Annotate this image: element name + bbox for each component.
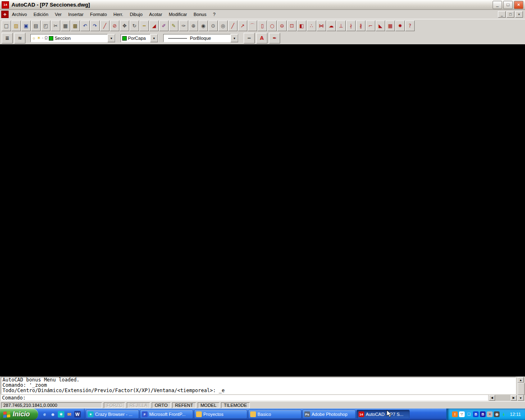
start-button[interactable]: Inicio [0, 409, 38, 420]
bluetooth-icon[interactable]: B [473, 411, 479, 417]
ellipse-button[interactable]: ⊖ [277, 21, 287, 31]
drawing-area[interactable]: SECCIÓN LONGITUDINAL A-A' SECCIÓN TRANSV… [0, 44, 525, 377]
linetype-button[interactable]: ┉ [244, 33, 255, 43]
layer-viewport-icon[interactable]: ▫ [42, 36, 43, 40]
area-button[interactable]: ◢ [149, 21, 159, 31]
status-toggle-refent[interactable]: REFENT [172, 402, 196, 408]
rectangle-button[interactable]: ▯ [258, 21, 267, 31]
display-icon[interactable]: ❏ [466, 411, 472, 417]
linetype-dropdown[interactable]: PorBloque ▼ [163, 34, 239, 42]
line-segment-button[interactable]: ╱ [100, 21, 110, 31]
scroll-right-icon[interactable]: ▶ [511, 395, 517, 401]
explode-button[interactable]: ✸ [395, 21, 405, 31]
word-icon[interactable]: W [74, 411, 81, 418]
arc-button[interactable]: ⌒ [248, 21, 257, 31]
layer-dropdown[interactable]: ☼ ☀ ▫ Ω Seccion ▼ [30, 34, 116, 42]
drawing-canvas[interactable] [0, 44, 525, 377]
status-toggle-rejilla[interactable]: REJILLA [127, 402, 150, 408]
command-history[interactable]: AutoCAD bonus Menu loaded.Comando: '_zoo… [1, 377, 516, 394]
linetype-dropdown-arrow[interactable]: ▼ [231, 34, 238, 42]
minimize-button[interactable]: _ [493, 1, 502, 9]
taskbar-task-crazy-browser[interactable]: ✶Crazy Browser - ... [86, 410, 139, 419]
status-toggle-forzc[interactable]: FORZC [104, 402, 125, 408]
undo-button[interactable]: ↶ [80, 21, 90, 31]
command-prompt[interactable]: Comando: [1, 395, 488, 401]
match-properties-button[interactable]: ✐ [159, 21, 169, 31]
text-style-button[interactable]: A [256, 33, 267, 43]
color-dropdown[interactable]: PorCapa ▼ [121, 34, 158, 42]
new-button[interactable]: □ [2, 21, 11, 31]
zoom-extents-button[interactable]: ◎ [218, 21, 228, 31]
copy-button[interactable]: ▦ [61, 21, 70, 31]
chamfer-button[interactable]: ◣ [376, 21, 385, 31]
clock[interactable]: 12:11 [510, 412, 521, 417]
zoom-dynamic-button[interactable]: ⊙ [208, 21, 218, 31]
scrollbar-thumb[interactable] [518, 383, 525, 395]
mdi-minimize-button[interactable]: _ [498, 11, 506, 18]
move-button[interactable]: ✥ [120, 21, 129, 31]
mdi-restore-button[interactable]: □ [507, 11, 514, 18]
crazy-browser-icon[interactable]: ✶ [58, 411, 64, 418]
edit-polyline-button[interactable]: ✎ [169, 21, 178, 31]
perpendicular-button[interactable]: ⊥ [336, 21, 346, 31]
taskbar-task-photoshop[interactable]: PsAdobe Photoshop [302, 410, 356, 419]
fillet-button[interactable]: ⌐ [366, 21, 375, 31]
break-button[interactable]: ∤ [346, 21, 356, 31]
redo-button[interactable]: ↷ [90, 21, 100, 31]
menu-ver[interactable]: Ver [52, 11, 65, 18]
layer-lock-icon[interactable]: Ω [45, 36, 48, 40]
menu-help[interactable]: ? [210, 11, 219, 18]
layer-previous-button[interactable]: ≋ [14, 33, 25, 43]
zoom-realtime-button[interactable]: ⊕ [189, 21, 198, 31]
mdi-close-button[interactable]: × [515, 11, 523, 18]
menu-bonus[interactable]: Bonus [190, 11, 210, 18]
distance-button[interactable]: ┅ [139, 21, 149, 31]
insert-block-button[interactable]: ⊡ [287, 21, 297, 31]
help-button[interactable]: ? [405, 21, 415, 31]
construction-line-button[interactable]: ↗ [238, 21, 247, 31]
internet-explorer-icon[interactable]: e [41, 411, 48, 418]
save-button[interactable]: ▣ [21, 21, 31, 31]
taskbar-task-proyectos[interactable]: Proyectos [194, 410, 247, 419]
color-dropdown-arrow[interactable]: ▼ [150, 34, 158, 42]
layers-button[interactable]: ≣ [2, 33, 13, 43]
menu-acotar[interactable]: Acotar [146, 11, 166, 18]
revision-cloud-button[interactable]: ☁ [326, 21, 336, 31]
mirror-button[interactable]: ⋈ [317, 21, 326, 31]
taskbar-task-frontpage[interactable]: FMicrosoft FrontP... [140, 410, 193, 419]
status-toggle-tilemode[interactable]: TILEMODE [221, 402, 250, 408]
menu-dibujo[interactable]: Dibujo [126, 11, 146, 18]
scroll-down-icon[interactable]: ▼ [518, 395, 524, 401]
menu-insertar[interactable]: Insertar [65, 11, 87, 18]
sketch-button[interactable]: ✑ [179, 21, 188, 31]
circle-button[interactable]: ○ [267, 21, 277, 31]
messenger-icon[interactable]: ☻ [50, 411, 56, 418]
trim-button[interactable]: ∦ [356, 21, 365, 31]
open-button[interactable]: ▨ [11, 21, 21, 31]
menu-modificar[interactable]: Modificar [165, 11, 190, 18]
mail-icon[interactable]: ✉ [66, 411, 73, 418]
security-alert-icon[interactable]: ! [452, 411, 458, 417]
scroll-up-icon[interactable]: ▲ [518, 377, 524, 383]
hatch-button[interactable]: ▦ [386, 21, 395, 31]
make-block-button[interactable]: ◧ [297, 21, 306, 31]
bluetooth-alt-icon[interactable]: B [480, 411, 486, 417]
status-toggle-model[interactable]: MODEL [198, 402, 219, 408]
device-disabled-icon[interactable]: × [487, 411, 493, 417]
paste-button[interactable]: ▩ [71, 21, 80, 31]
print-button[interactable]: ▤ [31, 21, 41, 31]
status-toggle-orto[interactable]: ORTO [152, 402, 170, 408]
inherit-properties-button[interactable]: ✒ [269, 33, 280, 43]
panda-antivirus-icon[interactable]: ∵ [459, 411, 465, 417]
cut-button[interactable]: ✂ [51, 21, 60, 31]
taskbar-task-basico[interactable]: Basico [248, 410, 301, 419]
layer-dropdown-arrow[interactable]: ▼ [107, 34, 115, 42]
layer-on-icon[interactable]: ☼ [32, 36, 36, 40]
command-vertical-scrollbar[interactable]: ▲ ▼ [518, 377, 525, 401]
close-button[interactable]: × [514, 1, 523, 9]
menu-formato[interactable]: Formato [87, 11, 110, 18]
update-icon[interactable]: ⇣ [501, 411, 507, 417]
taskbar-task-autocad[interactable]: 14AutoCAD - [P7 S... [356, 410, 410, 419]
scroll-left-icon[interactable]: ◀ [489, 395, 495, 401]
menu-herr[interactable]: Herr. [110, 11, 127, 18]
